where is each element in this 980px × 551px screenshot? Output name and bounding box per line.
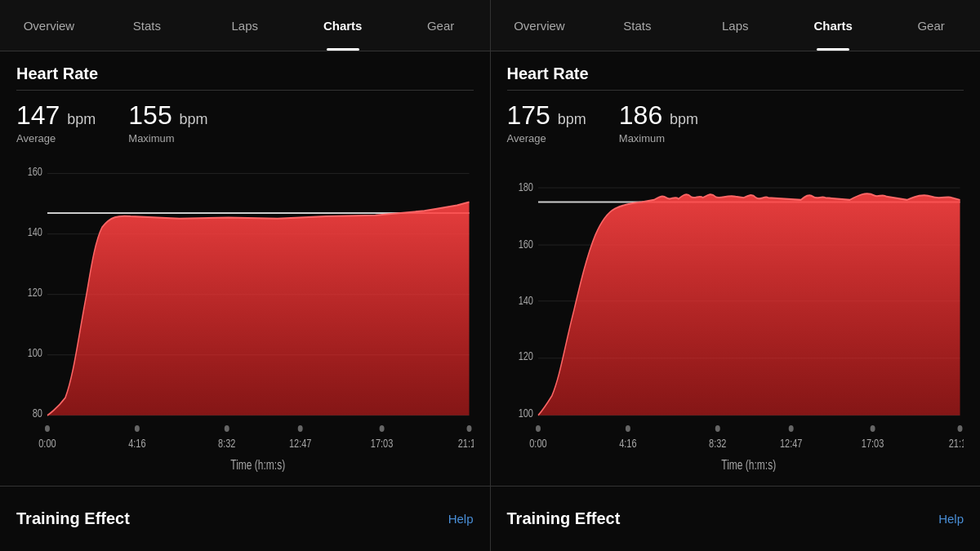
left-max-value: 155 bpm — [128, 100, 207, 131]
right-stat-average: 175 bpm Average — [507, 100, 586, 144]
svg-text:140: 140 — [518, 293, 532, 307]
svg-point-35 — [535, 425, 540, 432]
left-stat-average: 147 bpm Average — [16, 100, 96, 144]
tab-laps-right[interactable]: Laps — [686, 0, 784, 51]
left-training-effect-title: Training Effect — [16, 509, 130, 528]
right-avg-value: 175 bpm — [507, 100, 586, 131]
left-avg-label: Average — [16, 132, 96, 144]
svg-text:120: 120 — [518, 349, 532, 363]
right-hr-divider — [507, 90, 964, 91]
tab-charts-left[interactable]: Charts — [294, 0, 392, 51]
svg-text:Time (h:m:s): Time (h:m:s) — [721, 457, 776, 472]
tab-gear-left[interactable]: Gear — [392, 0, 490, 51]
right-max-label: Maximum — [619, 132, 698, 144]
svg-text:100: 100 — [518, 407, 532, 420]
svg-point-11 — [45, 425, 50, 432]
svg-text:4:16: 4:16 — [619, 436, 636, 450]
svg-text:0:00: 0:00 — [529, 436, 546, 450]
svg-text:140: 140 — [28, 225, 42, 239]
right-chart-svg: 180 160 140 120 100 — [507, 156, 964, 486]
svg-point-13 — [225, 425, 229, 432]
right-stat-maximum: 186 bpm Maximum — [619, 100, 698, 144]
left-chart-svg: 160 140 120 100 80 — [16, 156, 474, 486]
svg-point-16 — [467, 425, 472, 432]
left-chart: 160 140 120 100 80 — [16, 156, 474, 486]
svg-text:17:03: 17:03 — [861, 436, 883, 450]
left-stats-row: 147 bpm Average 155 bpm Maximum — [16, 100, 474, 144]
left-hr-divider — [16, 90, 474, 91]
svg-text:12:47: 12:47 — [779, 436, 801, 450]
svg-point-15 — [380, 425, 385, 432]
svg-text:160: 160 — [28, 165, 42, 179]
svg-text:80: 80 — [33, 407, 42, 420]
right-help-link[interactable]: Help — [938, 512, 964, 526]
svg-point-38 — [788, 425, 793, 432]
bottom-left-panel: Training Effect Help — [0, 487, 490, 551]
left-avg-value: 147 bpm — [16, 100, 96, 131]
svg-text:12:47: 12:47 — [289, 436, 311, 450]
svg-text:Time (h:m:s): Time (h:m:s) — [230, 457, 285, 472]
nav-tabs: Overview Stats Laps Charts Gear Overview… — [0, 0, 980, 51]
right-training-effect-title: Training Effect — [507, 509, 621, 528]
tab-overview-right[interactable]: Overview — [491, 0, 589, 51]
right-panel: Heart Rate 175 bpm Average 186 bpm Maxim… — [491, 51, 981, 486]
main-content: Heart Rate 147 bpm Average 155 bpm Maxim… — [0, 51, 980, 486]
left-panel: Heart Rate 147 bpm Average 155 bpm Maxim… — [0, 51, 490, 486]
bottom-right-panel: Training Effect Help — [491, 487, 981, 551]
tab-gear-right[interactable]: Gear — [882, 0, 980, 51]
svg-point-36 — [625, 425, 630, 432]
tab-charts-right[interactable]: Charts — [784, 0, 882, 51]
svg-point-39 — [870, 425, 875, 432]
svg-point-14 — [298, 425, 303, 432]
svg-text:8:32: 8:32 — [218, 436, 235, 450]
left-help-link[interactable]: Help — [448, 512, 474, 526]
bottom-section: Training Effect Help Training Effect Hel… — [0, 486, 980, 551]
svg-text:21:19: 21:19 — [458, 436, 474, 450]
right-max-value: 186 bpm — [619, 100, 698, 131]
left-section-title: Heart Rate — [16, 64, 474, 83]
svg-text:17:03: 17:03 — [371, 436, 393, 450]
nav-panel-right: Overview Stats Laps Charts Gear — [491, 0, 981, 51]
left-max-label: Maximum — [128, 132, 207, 144]
svg-text:4:16: 4:16 — [128, 436, 145, 450]
svg-text:100: 100 — [28, 346, 42, 360]
tab-stats-right[interactable]: Stats — [588, 0, 686, 51]
svg-point-40 — [957, 425, 962, 432]
svg-point-37 — [715, 425, 719, 432]
left-stat-maximum: 155 bpm Maximum — [128, 100, 207, 144]
tab-stats-left[interactable]: Stats — [98, 0, 196, 51]
right-stats-row: 175 bpm Average 186 bpm Maximum — [507, 100, 964, 144]
right-chart: 180 160 140 120 100 — [507, 156, 964, 486]
right-section-title: Heart Rate — [507, 64, 964, 83]
svg-text:0:00: 0:00 — [38, 436, 56, 450]
tab-laps-left[interactable]: Laps — [196, 0, 294, 51]
svg-point-12 — [135, 425, 140, 432]
tab-overview-left[interactable]: Overview — [0, 0, 98, 51]
nav-panel-left: Overview Stats Laps Charts Gear — [0, 0, 490, 51]
svg-text:120: 120 — [28, 286, 42, 300]
svg-text:21:19: 21:19 — [948, 436, 964, 450]
svg-text:8:32: 8:32 — [709, 436, 726, 450]
svg-text:180: 180 — [518, 180, 532, 193]
right-avg-label: Average — [507, 132, 586, 144]
svg-text:160: 160 — [518, 237, 532, 251]
